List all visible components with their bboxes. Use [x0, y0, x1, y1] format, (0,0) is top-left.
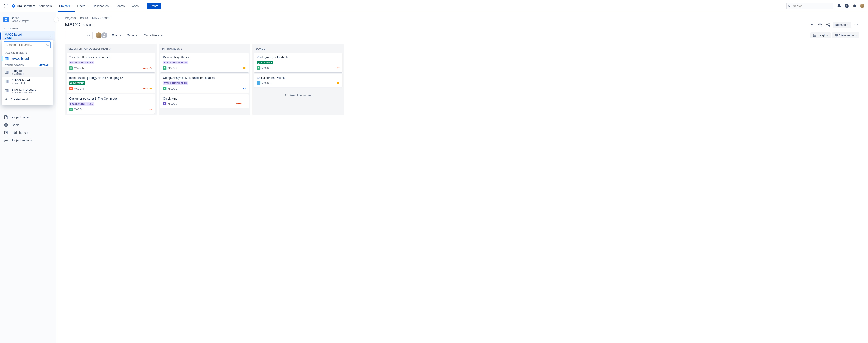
see-older-issues[interactable]: See older issues — [254, 88, 342, 102]
column-header: SELECTED FOR DEVELOPMENT3 — [67, 45, 155, 52]
priority-icon — [243, 87, 246, 90]
issue-card[interactable]: Is the padding dodgy on the homepage?!QU… — [67, 74, 155, 93]
svg-point-0 — [4, 4, 5, 5]
star-icon[interactable] — [817, 21, 824, 28]
epic-lozenge[interactable]: QUICK WINS — [69, 82, 85, 85]
app-switcher-icon[interactable] — [3, 3, 9, 9]
settings-icon[interactable] — [851, 3, 858, 9]
create-board-button[interactable]: Create board — [2, 95, 53, 103]
epic-lozenge[interactable]: FY23 LAUNCH PLAN — [69, 61, 94, 64]
search-icon — [87, 34, 91, 37]
board-item-cuppa[interactable]: CUPPA boardin Long black — [2, 77, 53, 86]
view-settings-button[interactable]: View settings — [832, 32, 860, 38]
svg-point-37 — [855, 24, 855, 25]
sidebar-project-settings[interactable]: Project settings — [0, 137, 56, 144]
issue-key: MACC-3 — [261, 82, 271, 84]
svg-point-41 — [103, 34, 105, 35]
svg-rect-25 — [7, 80, 8, 83]
svg-rect-17 — [5, 57, 6, 60]
svg-point-5 — [7, 5, 7, 6]
notifications-icon[interactable] — [836, 3, 842, 9]
epic-icon — [163, 102, 166, 105]
svg-point-4 — [5, 5, 6, 6]
issue-card[interactable]: Research synthesisFY23 LAUNCH PLANMACC-8 — [160, 53, 249, 72]
sidebar-goals[interactable]: Goals — [0, 121, 56, 129]
project-type: Software project — [11, 20, 29, 23]
board-search-input[interactable] — [4, 41, 51, 48]
epic-lozenge[interactable]: QUICK WINS — [257, 61, 273, 64]
epic-lozenge[interactable]: FY23 LAUNCH PLAN — [163, 61, 188, 64]
issue-key: MACC-4 — [74, 87, 84, 90]
nav-teams[interactable]: Teams — [114, 3, 129, 9]
issue-key: MACC-6 — [261, 66, 271, 69]
board-search[interactable] — [65, 32, 93, 39]
planning-section[interactable]: PLANNING — [0, 26, 56, 31]
story-icon — [163, 87, 166, 90]
view-all-link[interactable]: VIEW ALL — [39, 64, 50, 66]
share-icon[interactable] — [825, 21, 832, 28]
svg-point-42 — [836, 34, 836, 35]
svg-point-2 — [7, 4, 7, 5]
type-filter[interactable]: Type — [126, 32, 140, 38]
jira-logo[interactable]: Jira Software — [10, 4, 36, 8]
svg-point-3 — [4, 5, 5, 6]
nav-dashboards[interactable]: Dashboards — [91, 3, 113, 9]
main-content: Projects/ Board/ MACC board MACC board R… — [57, 12, 868, 343]
sidebar: Board Software project PLANNING MACC boa… — [0, 12, 57, 343]
issue-card[interactable]: Customer persona 1: The CommuterFY23 LAU… — [67, 94, 155, 114]
crumb-board[interactable]: Board — [80, 16, 88, 20]
svg-rect-19 — [7, 57, 8, 60]
crumb-macc[interactable]: MACC board — [92, 16, 110, 20]
board-icon — [5, 89, 9, 93]
help-icon[interactable]: ? — [843, 3, 850, 9]
nav-your-work[interactable]: Your work — [37, 3, 57, 9]
flagged-dots — [143, 88, 148, 89]
card-title: Quick wins — [163, 97, 246, 100]
global-search-input[interactable] — [786, 3, 833, 9]
insights-button[interactable]: Insights — [810, 32, 831, 38]
board-item-affogato[interactable]: Affogatoin Espresso — [2, 67, 53, 77]
automation-icon[interactable] — [809, 21, 815, 28]
svg-point-38 — [856, 24, 856, 25]
svg-point-7 — [5, 7, 6, 7]
flagged-dots — [237, 103, 241, 104]
sidebar-collapse-button[interactable] — [54, 17, 59, 22]
issue-card[interactable]: Comp. Analysis: Multifunctional spacesFY… — [160, 74, 249, 93]
svg-point-45 — [70, 88, 71, 89]
epic-lozenge[interactable]: FY23 LAUNCH PLAN — [163, 82, 188, 85]
sidebar-project-pages[interactable]: Project pages — [0, 113, 56, 121]
nav-projects[interactable]: Projects — [58, 0, 75, 11]
other-boards-label: OTHER BOARDS VIEW ALL — [2, 62, 53, 67]
crumb-projects[interactable]: Projects — [65, 16, 76, 20]
avatar-unassigned[interactable] — [101, 32, 107, 39]
svg-rect-24 — [6, 80, 7, 83]
epic-filter[interactable]: Epic — [110, 32, 123, 38]
column-header: IN PROGRESS3 — [160, 45, 249, 52]
priority-icon — [243, 66, 246, 70]
issue-card[interactable]: Quick winsMACC-7 — [160, 94, 249, 108]
profile-avatar[interactable] — [859, 3, 865, 9]
sidebar-add-shortcut[interactable]: Add shortcut — [0, 129, 56, 137]
board-item-macc[interactable]: MACC board — [2, 55, 53, 62]
release-button[interactable]: Release — [833, 22, 851, 28]
svg-point-44 — [836, 36, 836, 37]
epic-lozenge[interactable]: FY23 LAUNCH PLAN — [69, 102, 94, 106]
svg-point-9 — [788, 5, 790, 6]
project-name: Board — [11, 16, 29, 20]
issue-card[interactable]: Social content: Week 2MACC-3 — [254, 74, 342, 87]
board-item-standard[interactable]: STANDARD boardin Drury Lane Coffee — [2, 86, 53, 95]
board-column: DONE2Photography refresh plsQUICK WINSMA… — [252, 44, 344, 115]
create-button[interactable]: Create — [147, 3, 161, 9]
story-icon — [257, 66, 260, 70]
issue-card[interactable]: Team health check post-launchFY23 LAUNCH… — [67, 53, 155, 72]
svg-rect-14 — [5, 20, 6, 21]
svg-rect-15 — [6, 20, 7, 21]
priority-icon — [149, 108, 152, 111]
more-icon[interactable] — [852, 21, 860, 28]
assignee-filter[interactable] — [95, 32, 107, 39]
global-search[interactable] — [786, 3, 833, 9]
nav-apps[interactable]: Apps — [130, 3, 144, 9]
issue-card[interactable]: Photography refresh plsQUICK WINSMACC-6 — [254, 53, 342, 72]
quick-filters[interactable]: Quick filters — [142, 32, 165, 38]
nav-filters[interactable]: Filters — [75, 3, 90, 9]
